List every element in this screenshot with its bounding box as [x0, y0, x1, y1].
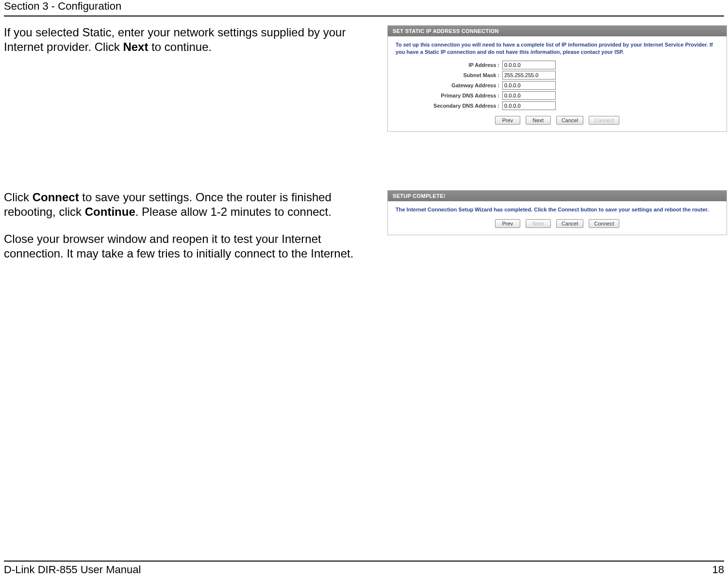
form-row-dns2: Secondary DNS Address : [396, 101, 719, 110]
button-row: Prev Next Cancel Connect [396, 116, 719, 125]
instruction-text-1: If you selected Static, enter your netwo… [4, 25, 387, 54]
bold-continue: Continue [85, 205, 135, 218]
connect-button: Connect [589, 116, 619, 125]
dns2-label: Secondary DNS Address : [396, 103, 502, 109]
next-button: Next [526, 219, 551, 228]
setup-complete-dialog: SETUP COMPLETE! The Internet Connection … [387, 190, 727, 235]
divider [4, 16, 724, 16]
section-header: Section 3 - Configuration [4, 0, 724, 16]
form-row-ip: IP Address : [396, 61, 719, 69]
subnet-mask-input[interactable] [502, 71, 556, 80]
prev-button[interactable]: Prev [495, 219, 520, 228]
cancel-button[interactable]: Cancel [556, 219, 583, 228]
cancel-button[interactable]: Cancel [556, 116, 583, 125]
next-button[interactable]: Next [526, 116, 551, 125]
connect-button[interactable]: Connect [589, 219, 619, 228]
secondary-dns-input[interactable] [502, 101, 556, 110]
primary-dns-input[interactable] [502, 91, 556, 100]
content-row-1: If you selected Static, enter your netwo… [4, 25, 724, 132]
mask-label: Subnet Mask : [396, 72, 502, 78]
text: to continue. [148, 40, 212, 53]
form-row-dns1: Primary DNS Address : [396, 91, 719, 100]
content-row-2: Click Connect to save your settings. Onc… [4, 190, 724, 261]
static-ip-dialog: SET STATIC IP ADDRESS CONNECTION To set … [387, 25, 727, 132]
dialog-description: The Internet Connection Setup Wizard has… [396, 206, 719, 213]
page-number: 18 [712, 563, 724, 576]
instruction-text-2: Click Connect to save your settings. Onc… [4, 190, 387, 261]
form-row-gateway: Gateway Address : [396, 81, 719, 90]
ip-label: IP Address : [396, 62, 502, 68]
paragraph: Close your browser window and reopen it … [4, 232, 379, 261]
text: . Please allow 1-2 minutes to connect. [135, 205, 331, 218]
dialog-title: SETUP COMPLETE! [388, 191, 727, 201]
dialog-description: To set up this connection you will need … [396, 41, 719, 56]
ip-address-input[interactable] [502, 61, 556, 69]
text: Click [4, 191, 33, 204]
bold-connect: Connect [33, 191, 79, 204]
form-row-mask: Subnet Mask : [396, 71, 719, 80]
dns1-label: Primary DNS Address : [396, 93, 502, 98]
page-footer: D-Link DIR-855 User Manual 18 [4, 561, 724, 576]
prev-button[interactable]: Prev [495, 116, 520, 125]
gateway-label: Gateway Address : [396, 82, 502, 88]
bold-next: Next [123, 40, 148, 53]
dialog-title: SET STATIC IP ADDRESS CONNECTION [388, 26, 727, 36]
footer-title: D-Link DIR-855 User Manual [4, 563, 141, 576]
gateway-input[interactable] [502, 81, 556, 90]
button-row: Prev Next Cancel Connect [396, 219, 719, 228]
